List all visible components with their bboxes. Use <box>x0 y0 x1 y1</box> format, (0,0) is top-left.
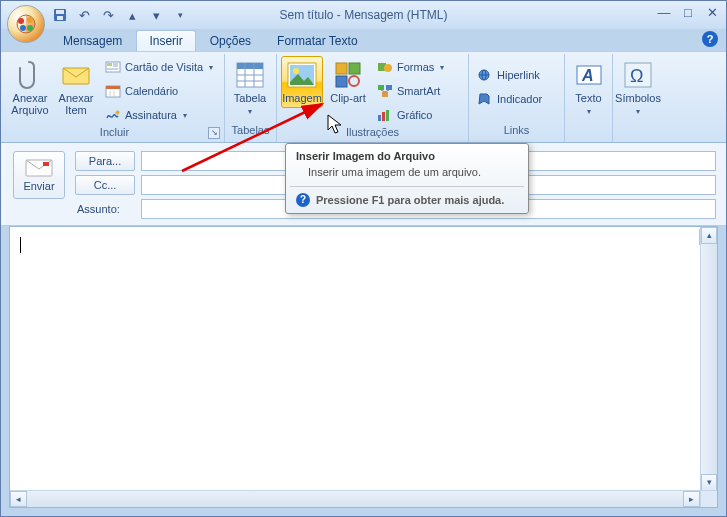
svg-rect-38 <box>378 115 381 121</box>
svg-rect-27 <box>336 63 347 74</box>
svg-rect-10 <box>107 63 112 66</box>
to-button[interactable]: Para... <box>75 151 135 171</box>
cc-button[interactable]: Cc... <box>75 175 135 195</box>
textbox-button[interactable]: A Texto▾ <box>569 56 608 119</box>
tooltip-title: Inserir Imagem do Arquivo <box>286 144 528 164</box>
svg-rect-34 <box>386 85 392 90</box>
svg-rect-19 <box>237 63 263 69</box>
svg-line-36 <box>381 90 385 92</box>
group-text: A Texto▾ <box>565 54 613 142</box>
text-caret <box>20 237 21 253</box>
scroll-left-icon[interactable]: ◂ <box>10 491 27 507</box>
group-label-links: Links <box>473 124 560 140</box>
shapes-button[interactable]: Formas▾ <box>373 56 448 78</box>
send-button[interactable]: Enviar <box>13 151 65 199</box>
svg-rect-29 <box>336 76 347 87</box>
svg-rect-35 <box>382 92 388 97</box>
qat-save-icon[interactable] <box>51 6 69 24</box>
textbox-icon: A <box>573 59 605 91</box>
svg-point-2 <box>27 17 33 23</box>
group-include: Anexar Arquivo Anexar Item Cartão de Vis… <box>5 54 225 142</box>
clipart-icon <box>332 59 364 91</box>
table-icon <box>234 59 266 91</box>
scroll-down-icon[interactable]: ▾ <box>701 474 717 491</box>
table-button[interactable]: Tabela▾ <box>229 56 271 119</box>
group-label-text <box>569 124 608 140</box>
close-button[interactable]: ✕ <box>704 5 720 20</box>
signature-button[interactable]: Assinatura▾ <box>101 104 217 126</box>
qat-redo-icon[interactable]: ↷ <box>99 6 117 24</box>
tab-format-text[interactable]: Formatar Texto <box>265 31 369 51</box>
minimize-button[interactable]: — <box>656 5 672 20</box>
maximize-button[interactable]: □ <box>680 5 696 20</box>
group-illustrations: Imagem Clip-art Formas▾ SmartArt Gráfico <box>277 54 469 142</box>
svg-text:Ω: Ω <box>630 66 643 86</box>
group-label-include: Incluir <box>100 126 129 138</box>
business-card-button[interactable]: Cartão de Visita▾ <box>101 56 217 78</box>
svg-point-26 <box>293 68 299 74</box>
office-button[interactable] <box>7 5 45 43</box>
bookmark-icon <box>477 91 493 107</box>
svg-point-32 <box>384 64 392 72</box>
vertical-scrollbar[interactable]: ▴ ▾ <box>700 227 717 491</box>
include-dialog-launcher[interactable]: ↘ <box>208 127 220 139</box>
omega-icon: Ω <box>622 59 654 91</box>
quick-access-toolbar: ↶ ↷ ▴ ▾ ▾ <box>51 1 189 29</box>
qat-undo-icon[interactable]: ↶ <box>75 6 93 24</box>
envelope-icon <box>60 59 92 91</box>
smartart-icon <box>377 83 393 99</box>
calendar-icon <box>105 83 121 99</box>
tab-message[interactable]: Mensagem <box>51 31 134 51</box>
title-bar: ↶ ↷ ▴ ▾ ▾ Sem título - Mensagem (HTML) —… <box>1 1 726 29</box>
ribbon: Anexar Arquivo Anexar Item Cartão de Vis… <box>1 51 726 143</box>
attach-item-button[interactable]: Anexar Item <box>55 56 97 119</box>
qat-prev-icon[interactable]: ▴ <box>123 6 141 24</box>
message-body[interactable]: ▴ ▾ ◂ ▸ <box>9 226 718 508</box>
svg-rect-7 <box>57 16 63 20</box>
tab-options[interactable]: Opções <box>198 31 263 51</box>
subject-label: Assunto: <box>75 203 135 215</box>
svg-rect-33 <box>378 85 384 90</box>
attach-file-button[interactable]: Anexar Arquivo <box>9 56 51 119</box>
svg-point-3 <box>20 25 26 31</box>
group-links: Hiperlink Indicador Links <box>469 54 565 142</box>
globe-link-icon <box>477 67 493 83</box>
picture-icon <box>286 59 318 91</box>
signature-icon <box>105 107 121 123</box>
group-symbols: Ω Símbolos▾ <box>613 54 669 142</box>
shapes-icon <box>377 59 393 75</box>
svg-rect-28 <box>349 63 360 74</box>
svg-line-37 <box>385 90 389 92</box>
tooltip-help-text: Pressione F1 para obter mais ajuda. <box>316 194 504 206</box>
smartart-button[interactable]: SmartArt <box>373 80 448 102</box>
calendar-button[interactable]: Calendário <box>101 80 217 102</box>
horizontal-scrollbar[interactable]: ◂ ▸ <box>10 490 700 507</box>
svg-rect-15 <box>106 86 120 89</box>
svg-rect-6 <box>56 10 64 14</box>
qat-customize-icon[interactable]: ▾ <box>171 6 189 24</box>
svg-rect-49 <box>43 162 49 166</box>
tooltip-help-icon: ? <box>296 193 310 207</box>
business-card-icon <box>105 59 121 75</box>
clipart-button[interactable]: Clip-art <box>327 56 369 108</box>
group-tables: Tabela▾ Tabelas <box>225 54 277 142</box>
scroll-up-icon[interactable]: ▴ <box>701 227 717 244</box>
svg-rect-40 <box>386 110 389 121</box>
chart-button[interactable]: Gráfico <box>373 104 448 126</box>
qat-next-icon[interactable]: ▾ <box>147 6 165 24</box>
scroll-corner <box>700 490 717 507</box>
ribbon-tabs: Mensagem Inserir Opções Formatar Texto ? <box>51 29 726 51</box>
hyperlink-button[interactable]: Hiperlink <box>473 64 546 86</box>
svg-point-1 <box>18 18 24 24</box>
symbols-button[interactable]: Ω Símbolos▾ <box>617 56 659 119</box>
svg-rect-39 <box>382 112 385 121</box>
bookmark-button[interactable]: Indicador <box>473 88 546 110</box>
tab-insert[interactable]: Inserir <box>136 30 195 51</box>
picture-button[interactable]: Imagem <box>281 56 323 108</box>
help-icon[interactable]: ? <box>702 31 718 47</box>
svg-text:A: A <box>581 67 594 84</box>
scroll-right-icon[interactable]: ▸ <box>683 491 700 507</box>
chart-icon <box>377 107 393 123</box>
svg-point-30 <box>349 76 359 86</box>
group-label-illustrations: Ilustrações <box>281 126 464 140</box>
